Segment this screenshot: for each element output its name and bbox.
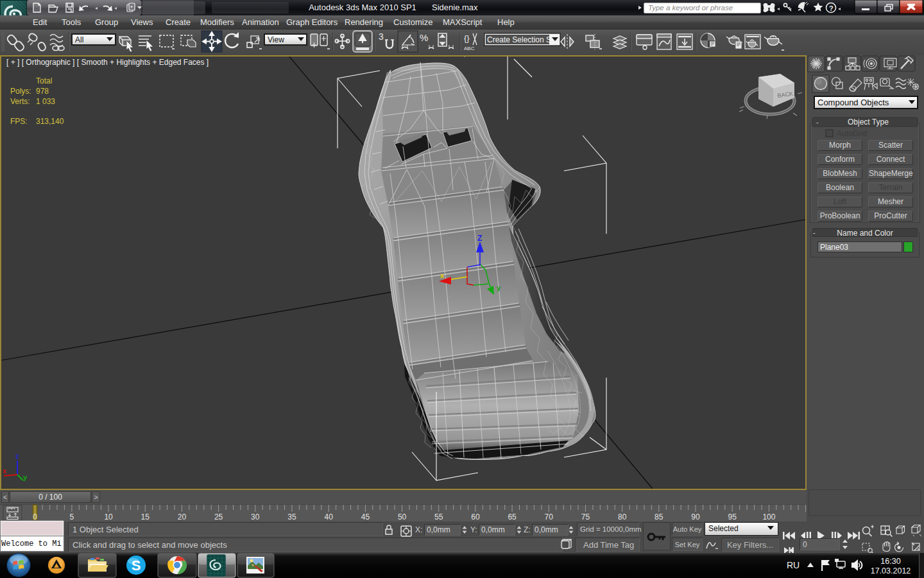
svg-text:Sidenie.max: Sidenie.max xyxy=(432,3,478,12)
svg-text:x: x xyxy=(440,272,445,279)
svg-text:View: View xyxy=(268,35,284,44)
svg-text:80: 80 xyxy=(618,512,627,521)
svg-text:10: 10 xyxy=(104,512,113,521)
svg-text:Type a keyword or phrase: Type a keyword or phrase xyxy=(648,4,733,12)
svg-text:0: 0 xyxy=(33,512,37,521)
svg-text:313,140: 313,140 xyxy=(36,117,64,126)
svg-text:{}: {} xyxy=(464,33,470,43)
svg-text:S: S xyxy=(132,557,141,574)
svg-text:25: 25 xyxy=(214,512,223,521)
svg-text:55: 55 xyxy=(434,512,443,521)
svg-text:70: 70 xyxy=(545,512,554,521)
svg-text:Object Type: Object Type xyxy=(848,118,889,127)
svg-text:%: % xyxy=(420,32,428,43)
svg-text:90: 90 xyxy=(691,512,700,521)
svg-text:60: 60 xyxy=(471,512,480,521)
svg-text:85: 85 xyxy=(654,512,663,521)
svg-text:Create Selection Se: Create Selection Se xyxy=(487,35,556,44)
svg-text:Polys:: Polys: xyxy=(10,87,31,96)
svg-text:17.03.2012: 17.03.2012 xyxy=(871,566,911,575)
svg-text:x: x xyxy=(3,467,7,475)
svg-text:Autodesk 3ds Max 2010 SP1: Autodesk 3ds Max 2010 SP1 xyxy=(309,3,416,12)
svg-text:z: z xyxy=(15,452,19,460)
svg-text:30: 30 xyxy=(251,512,260,521)
svg-text:20: 20 xyxy=(178,512,187,521)
svg-text:5: 5 xyxy=(70,512,74,521)
svg-text:65: 65 xyxy=(508,512,517,521)
svg-text:AutoGrid: AutoGrid xyxy=(837,129,867,138)
svg-text:75: 75 xyxy=(581,512,590,521)
svg-text:-: - xyxy=(816,118,819,126)
svg-text:50: 50 xyxy=(398,512,407,521)
svg-text:Compound Objects: Compound Objects xyxy=(817,98,889,107)
svg-text:y: y xyxy=(497,284,501,292)
svg-text:?: ? xyxy=(829,4,834,12)
svg-text:3: 3 xyxy=(379,31,384,42)
svg-text:RU: RU xyxy=(787,560,800,570)
svg-text:FPS:: FPS: xyxy=(10,117,28,126)
svg-text:ABC: ABC xyxy=(464,46,475,51)
svg-text:35: 35 xyxy=(287,512,296,521)
svg-text:[ + ] [ Orthographic ] [ Smoot: [ + ] [ Orthographic ] [ Smooth + Highli… xyxy=(6,58,209,67)
svg-text:16:30: 16:30 xyxy=(880,557,900,566)
svg-text:100: 100 xyxy=(762,512,775,521)
svg-text:Z: Z xyxy=(477,234,482,243)
svg-text:45: 45 xyxy=(361,512,370,521)
svg-text:All: All xyxy=(75,35,83,44)
svg-text:15: 15 xyxy=(141,512,150,521)
svg-text:1 033: 1 033 xyxy=(36,97,55,106)
svg-text:Total: Total xyxy=(36,76,52,85)
svg-text:95: 95 xyxy=(728,512,737,521)
svg-text:Verts:: Verts: xyxy=(10,97,30,106)
svg-text:40: 40 xyxy=(325,512,334,521)
svg-text:978: 978 xyxy=(36,87,49,96)
svg-text:y: y xyxy=(23,473,28,481)
